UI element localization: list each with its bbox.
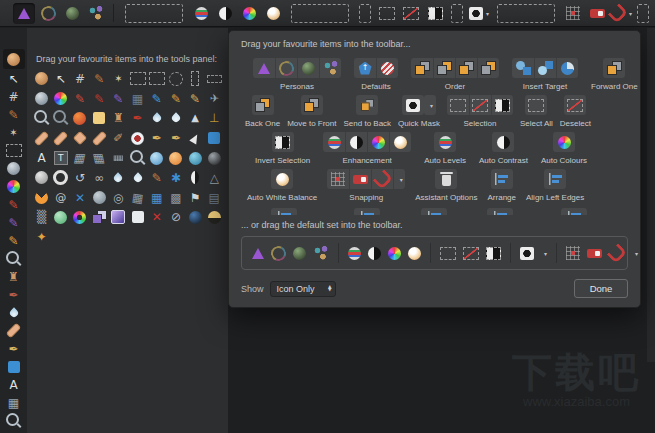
defaults-preset-button[interactable]: ↑ — [354, 58, 376, 78]
tool-perspective[interactable]: ▦ — [90, 148, 109, 168]
toolbar-drop-slot[interactable] — [359, 4, 371, 23]
tool-healing-dropper[interactable]: ✒ — [128, 109, 147, 129]
snapping-grid-button[interactable] — [562, 3, 584, 24]
invert-selection-button[interactable] — [424, 3, 446, 24]
tool-artistic-text[interactable]: A — [32, 148, 51, 168]
tool-ripple[interactable]: ◎ — [109, 188, 128, 208]
flood-fill-tool[interactable] — [3, 161, 25, 178]
pen-tool[interactable]: ✒ — [3, 341, 25, 358]
auto-levels-button[interactable] — [434, 132, 456, 152]
tool-blemish-removal[interactable] — [70, 128, 89, 148]
toolbar-drop-slot[interactable] — [637, 4, 649, 23]
tool-pixel-brush-2[interactable]: ✎ — [90, 89, 109, 109]
tool-mesh-warp[interactable]: ▦ — [70, 148, 89, 168]
pencil-tool[interactable]: ✎ — [3, 233, 25, 250]
back-one-button[interactable] — [252, 95, 274, 115]
snapping-magnet-icon[interactable] — [607, 243, 628, 264]
tool-gradient-square[interactable] — [109, 208, 128, 228]
crop-tool[interactable]: # — [3, 89, 25, 106]
blur-tool[interactable] — [3, 305, 25, 322]
auto-levels-icon[interactable] — [348, 247, 361, 260]
insert-on-top-button[interactable] — [534, 58, 556, 78]
deselect-icon[interactable] — [463, 247, 479, 260]
auto-colours-button[interactable] — [367, 132, 389, 152]
tool-grain[interactable]: ▒ — [32, 208, 51, 228]
tool-gear-blue[interactable]: ✱ — [166, 168, 185, 188]
snapping-grid-button[interactable] — [327, 169, 349, 189]
toolbar-dropzone[interactable] — [125, 4, 183, 23]
snapping-assistant-button[interactable] — [586, 3, 608, 24]
tool-drop-3[interactable] — [109, 168, 128, 188]
tool-view-hand[interactable] — [32, 69, 51, 89]
dropdown-button[interactable]: ▾ — [424, 95, 436, 115]
deselect-button[interactable] — [469, 95, 491, 115]
auto-contrast-button[interactable] — [492, 132, 514, 152]
tool-blur-drop[interactable] — [147, 109, 166, 129]
tool-mesh-net[interactable]: ▦ — [128, 188, 147, 208]
export-persona-button[interactable] — [319, 58, 341, 78]
select-all-icon[interactable] — [440, 247, 456, 260]
marquee-tool[interactable] — [3, 143, 25, 160]
tool-airbrush[interactable]: ✈ — [205, 89, 224, 109]
default-set-box[interactable]: ▾▾ — [241, 236, 628, 270]
colour-replacement-tool[interactable]: ✎ — [3, 215, 25, 232]
auto-levels-button[interactable] — [190, 3, 212, 24]
toolbar-dropzone[interactable] — [497, 4, 555, 23]
partial-item-button[interactable] — [421, 208, 447, 215]
tool-sphere-teal[interactable] — [186, 148, 205, 168]
tool-crop[interactable]: # — [70, 69, 89, 89]
select-all-button[interactable] — [376, 3, 398, 24]
colour-wheel-tool[interactable] — [3, 179, 25, 196]
order-3-button[interactable] — [455, 58, 477, 78]
tool-pixelate[interactable]: ▤ — [205, 188, 224, 208]
partial-item-button[interactable] — [561, 208, 587, 215]
auto-levels-button[interactable] — [323, 132, 345, 152]
tool-red-eye-removal[interactable] — [128, 128, 147, 148]
tool-torch[interactable]: ✦ — [32, 227, 51, 247]
auto-white-balance-button[interactable] — [262, 3, 284, 24]
tool-disc-dark[interactable] — [205, 148, 224, 168]
tool-bandage[interactable] — [90, 128, 109, 148]
tool-inpainting[interactable]: ✐ — [109, 128, 128, 148]
tool-no-symbol[interactable]: ⊘ — [166, 208, 185, 228]
mesh-warp-tool[interactable]: ▦ — [3, 395, 25, 412]
tool-smudge-loop[interactable]: ↺ — [70, 168, 89, 188]
tool-move-cursor[interactable]: ↖ — [51, 69, 70, 89]
tool-red-x[interactable]: ✕ — [147, 208, 166, 228]
view-tool[interactable] — [3, 49, 25, 69]
show-mode-dropdown[interactable]: Icon Only ▲▼ — [270, 281, 336, 297]
tool-zoom-2[interactable] — [128, 148, 147, 168]
tool-soft-blur[interactable] — [32, 168, 51, 188]
tool-clone-stamp[interactable]: ♜ — [109, 109, 128, 129]
tool-node-cursor[interactable] — [186, 128, 205, 148]
quick-mask-button[interactable] — [402, 95, 424, 115]
align-left-edges-button[interactable] — [544, 169, 566, 189]
partial-item-button[interactable] — [271, 208, 297, 215]
photo-persona-button[interactable] — [13, 3, 35, 24]
partial-item-button[interactable] — [354, 208, 380, 215]
order-2-button[interactable] — [433, 58, 455, 78]
insert-inside-button[interactable] — [556, 58, 578, 78]
tool-pac-orange[interactable] — [32, 188, 51, 208]
auto-colours-button[interactable] — [553, 132, 575, 152]
select-all-button[interactable] — [525, 95, 547, 115]
export-persona-icon[interactable] — [313, 246, 329, 260]
tool-pixel-grid[interactable]: ▦ — [128, 89, 147, 109]
tool-squares-overlap[interactable] — [90, 208, 109, 228]
forward-one-button[interactable] — [603, 58, 625, 78]
tool-flood-fill[interactable] — [32, 89, 51, 109]
tool-grid-blue[interactable]: ▦ — [147, 188, 166, 208]
auto-white-balance-button[interactable] — [271, 169, 293, 189]
zoom-tool-2[interactable] — [3, 413, 25, 430]
liquify-persona-button[interactable] — [37, 3, 59, 24]
tool-zoom-dark[interactable] — [51, 109, 70, 129]
zoom-tool[interactable] — [3, 251, 25, 268]
tool-sharpen-ring[interactable] — [51, 168, 70, 188]
tool-burn[interactable] — [70, 109, 89, 129]
quick-mask-button[interactable]: ▾ — [468, 3, 490, 24]
select-all-button[interactable] — [447, 95, 469, 115]
move-tool[interactable]: ↖ — [3, 71, 25, 88]
develop-persona-icon[interactable] — [293, 247, 306, 260]
eraser-tool[interactable] — [3, 323, 25, 340]
tool-frame-text[interactable]: T — [51, 148, 70, 168]
